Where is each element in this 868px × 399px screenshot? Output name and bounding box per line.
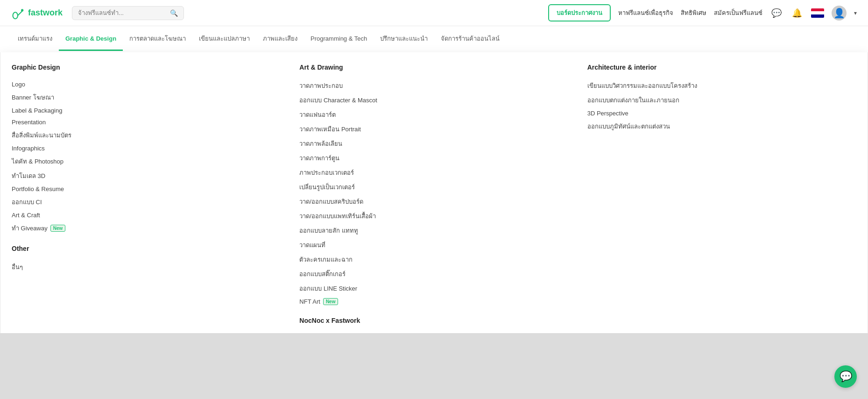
dropdown-item-landscape[interactable]: ออกแบบภูมิทัศน์และตกแต่งสวน [587,119,856,134]
language-flag-icon[interactable] [811,8,824,18]
dropdown-col-architecture: Architecture & interior เขียนแบบวิศวกรรม… [587,64,856,333]
nav-item-marketing[interactable]: การตลาดและโฆษณา [123,26,192,52]
dropdown-item-print-media[interactable]: สื่อสิ่งพิมพ์และนามบัตร [12,128,281,142]
nav-bar: เทรนด์มาแรง Graphic & Design การตลาดและโ… [0,26,868,53]
flag-white-stripe [811,11,824,14]
dropdown-menu: Graphic Design Logo Banner โฆษณา Label &… [0,52,868,333]
nav-item-photo-video[interactable]: ภาพและเสียง [256,26,304,52]
nav-item-programming[interactable]: Programming & Tech [304,28,374,51]
dropdown-item-map[interactable]: วาดแผนที่ [299,238,568,252]
dropdown-col-graphic-design-title: Graphic Design [12,64,281,71]
dropdown-item-line-sticker[interactable]: ออกแบบ LINE Sticker [299,281,568,296]
dropdown-item-sticker-design[interactable]: ออกแบบสติ๊กเกอร์ [299,267,568,281]
header: fastwork 🔍 บอร์ดประกาศงาน หาฟรีแลนซ์เพื่… [0,0,868,26]
dropdown-item-storyboard[interactable]: วาด/ออกแบบสคริปบอร์ด [299,194,568,209]
search-bar: 🔍 [72,6,184,20]
dropdown-item-illustration[interactable]: วาดภาพประกอบ [299,78,568,93]
dropdown-item-portfolio-resume[interactable]: Portfolio & Resume [12,183,281,195]
dropdown-item-vector-illustration[interactable]: ภาพประกอบเวกเตอร์ [299,165,568,180]
logo[interactable]: fastwork [11,7,63,20]
dropdown-item-caricature[interactable]: วาดภาพล้อเลียน [299,136,568,151]
svg-point-0 [13,12,18,19]
dropdown-item-logo[interactable]: Logo [12,78,281,90]
dropdown-item-nocnoc-service[interactable]: บริการช่างมืออาชีพ New [299,332,568,333]
nft-art-new-badge: New [323,298,339,305]
dropdown-item-presentation[interactable]: Presentation [12,116,281,128]
search-icon: 🔍 [170,9,178,17]
dropdown-col-other-title: Other [12,245,281,252]
header-right: บอร์ดประกาศงาน หาฟรีแลนซ์เพื่อธุรกิจ สิท… [548,4,857,21]
dropdown-item-game-character[interactable]: ตัวละครเกมและฉาก [299,252,568,267]
dropdown-item-art-craft[interactable]: Art & Craft [12,209,281,221]
dropdown-item-fan-art[interactable]: วาดแฟนอาร์ต [299,107,568,122]
nav-item-ecommerce[interactable]: จัดการร้านค้าออนไลน์ [434,26,506,52]
flag-red-stripe [811,8,824,12]
logo-icon [11,7,24,20]
privilege-link[interactable]: สิทธิพิเศษ [681,8,706,18]
dropdown-item-infographics[interactable]: Infographics [12,142,281,154]
search-input[interactable] [78,9,166,16]
post-job-button[interactable]: บอร์ดประกาศงาน [548,4,611,21]
dropdown-item-3d-perspective[interactable]: 3D Perspective [587,107,856,119]
dropdown-item-banner[interactable]: Banner โฆษณา [12,90,281,105]
nav-item-graphic-design[interactable]: Graphic & Design [59,28,123,51]
dropdown-item-vectorize[interactable]: เปลี่ยนรูปเป็นเวกเตอร์ [299,180,568,194]
notifications-icon[interactable]: 🔔 [790,7,804,20]
dropdown-col-nocnoc-title: NocNoc x Fastwork [299,317,568,324]
flag-blue-stripe [811,14,824,18]
nav-item-trending[interactable]: เทรนด์มาแรง [11,26,59,52]
dropdown-col-graphic-design: Graphic Design Logo Banner โฆษณา Label &… [12,64,281,333]
dropdown-item-diecut-photoshop[interactable]: ไดคัท & Photoshop [12,154,281,169]
logo-text: fastwork [28,8,63,18]
dropdown-col-art-drawing-title: Art & Drawing [299,64,568,71]
dropdown-item-engineering-drawing[interactable]: เขียนแบบวิศวกรรมและออกแบบโครงสร้าง [587,78,856,93]
avatar-dropdown-icon[interactable]: ▾ [854,10,857,16]
dropdown-item-nft-art[interactable]: NFT Art New [299,296,568,307]
dropdown-item-3d-model[interactable]: ทำโมเดล 3D [12,169,281,183]
dropdown-col-architecture-title: Architecture & interior [587,64,856,71]
dropdown-item-pattern[interactable]: วาด/ออกแบบแพทเทิร์นเสื้อผ้า [299,209,568,223]
dropdown-item-label-packaging[interactable]: Label & Packaging [12,105,281,116]
avatar[interactable]: 👤 [832,6,847,21]
giveaway-new-badge: New [50,225,66,232]
dropdown-item-character-mascot[interactable]: ออกแบบ Character & Mascot [299,93,568,107]
dropdown-item-ci[interactable]: ออกแบบ CI [12,195,281,209]
register-link[interactable]: สมัครเป็นฟรีแลนซ์ [714,8,762,18]
dropdown-item-giveaway[interactable]: ทำ Giveaway New [12,221,281,235]
dropdown-item-cartoon[interactable]: วาดภาพการ์ตูน [299,151,568,165]
messages-icon[interactable]: 💬 [770,7,783,20]
nav-item-writing[interactable]: เขียนและแปลภาษา [192,26,256,52]
dropdown-item-portrait[interactable]: วาดภาพเหมือน Portrait [299,122,568,136]
dropdown-item-other[interactable]: อื่นๆ [12,260,281,274]
nav-item-consulting[interactable]: ปรึกษาและแนะนำ [374,26,434,52]
svg-point-2 [21,9,23,11]
dropdown-col-art-drawing: Art & Drawing วาดภาพประกอบ ออกแบบ Charac… [299,64,568,333]
dropdown-item-interior-exterior[interactable]: ออกแบบตกแต่งภายในและภายนอก [587,93,856,107]
dropdown-item-tattoo[interactable]: ออกแบบลายสัก แทททู [299,223,568,238]
find-freelance-link[interactable]: หาฟรีแลนซ์เพื่อธุรกิจ [618,8,673,18]
